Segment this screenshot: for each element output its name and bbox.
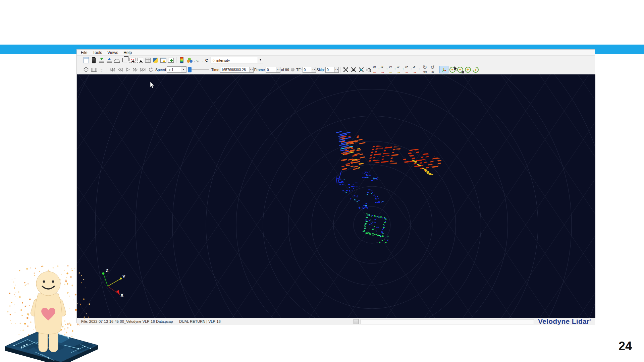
grid-toggle-3[interactable] — [464, 66, 472, 73]
grid-toggle-4[interactable] — [472, 66, 479, 73]
open-pcap-icon[interactable] — [98, 57, 105, 64]
crop-icon[interactable] — [121, 57, 128, 64]
status-progress-bar — [361, 319, 534, 324]
toolbar-drag-handle[interactable] — [79, 67, 81, 73]
menu-tools[interactable]: Tools — [90, 50, 105, 55]
y-axis-label: Y — [122, 274, 125, 279]
veloview-window: File Tools Views Help ↔ ←C ◇ intensity ▼ — [76, 49, 595, 323]
rotate-ruler-icon[interactable]: ←C — [201, 57, 209, 64]
sensor-stream-icon[interactable] — [90, 57, 98, 64]
skip-value: 0 — [326, 68, 334, 72]
select-all-points-icon[interactable] — [136, 57, 144, 64]
color-palette-icon[interactable] — [185, 57, 193, 64]
lidar-viewport[interactable]: IEEE S&P Z Y X — [77, 74, 595, 318]
point-cloud-word-1: IEEE — [366, 140, 403, 169]
y-axis-arrowhead — [120, 278, 122, 280]
tf-value: 0 — [303, 68, 312, 72]
menu-bar: File Tools Views Help — [77, 50, 595, 56]
seek-slider[interactable] — [188, 67, 209, 72]
page-number: 24 — [619, 339, 632, 353]
combo-dropdown-arrow[interactable]: ▼ — [258, 57, 263, 63]
first-frame-button[interactable] — [108, 66, 116, 73]
time-label: Time — [211, 68, 219, 72]
x-axis-label: X — [120, 293, 124, 298]
colormap-icon[interactable] — [178, 57, 185, 64]
speed-combo[interactable]: x 1 ▼ — [167, 66, 186, 73]
z-axis-label: Z — [106, 268, 109, 273]
z-axis-arrowhead — [102, 273, 105, 275]
center-on-origin-button[interactable] — [357, 66, 365, 73]
export-icon[interactable] — [105, 57, 113, 64]
previous-frame-button[interactable] — [116, 66, 124, 73]
speed-value: x 1 — [169, 68, 174, 72]
point-cloud-scene[interactable]: IEEE S&P Z Y X — [77, 74, 595, 318]
spinner-arrows[interactable]: ▲▼ — [312, 67, 316, 72]
speed-label: Speed — [155, 68, 166, 72]
orientation-axes: Z Y X — [102, 268, 125, 298]
view-plus-y-button[interactable]: +Y↑← — [389, 66, 397, 73]
spinner-arrows[interactable]: ▲▼ — [276, 67, 280, 72]
spreadsheet-icon[interactable] — [82, 57, 90, 64]
slide: { "slide": { "page_number": "24", "accen… — [0, 0, 644, 362]
next-frame-button[interactable] — [131, 66, 139, 73]
status-mode-label: DUAL RETURN | VLP-16 — [176, 319, 223, 323]
point-cloud-blue-cluster — [336, 171, 383, 209]
grid-view-icon[interactable] — [144, 57, 152, 64]
python-console-icon[interactable] — [152, 57, 159, 64]
spreadsheet-view-icon[interactable] — [82, 66, 90, 73]
error-console-icon[interactable] — [159, 57, 167, 64]
frame-label: Frame — [254, 68, 265, 72]
view-minus-y-button[interactable]: -Y↑→ — [397, 66, 405, 73]
frame-spinbox[interactable]: 0 ▲▼ — [266, 67, 280, 73]
mascot-illustration — [4, 264, 101, 362]
time-spinbox[interactable]: 1657698303.28 ▲▼ — [220, 67, 254, 73]
distance-ruler-icon[interactable]: ↔ — [193, 57, 201, 64]
view-minus-z-button[interactable]: -Z↑→ — [413, 66, 421, 73]
skip-spinbox[interactable]: 0 ▲▼ — [325, 67, 339, 73]
spinner-arrows[interactable]: ▲▼ — [334, 67, 338, 72]
playback-toolbar: ⌄⌄ Speed x 1 ▼ Time 1657698303.28 ▲▼ Fra… — [77, 65, 595, 74]
mouse-cursor-viewport — [150, 82, 154, 88]
ruler-icon[interactable] — [90, 66, 98, 73]
measure-angle-icon[interactable] — [113, 57, 121, 64]
add-view-icon[interactable] — [167, 57, 175, 64]
view-plus-z-button[interactable]: +Z↑← — [405, 66, 413, 73]
combo-dropdown-arrow[interactable]: ▼ — [181, 67, 186, 72]
record-indicator — [291, 68, 294, 71]
toolbar-drag-handle[interactable] — [79, 57, 81, 63]
zoom-to-data-button[interactable] — [350, 66, 357, 73]
play-button[interactable] — [124, 66, 131, 73]
menu-help[interactable]: Help — [121, 50, 135, 55]
status-small-button[interactable] — [354, 319, 359, 324]
view-plus-x-button[interactable]: +X↑← — [373, 66, 381, 73]
spinner-arrows[interactable]: ▲▼ — [249, 67, 253, 72]
view-minus-x-button[interactable]: -X↑→ — [381, 66, 389, 73]
main-toolbar: ↔ ←C ◇ intensity ▼ — [77, 56, 595, 65]
zoom-to-box-button[interactable] — [365, 66, 373, 73]
diamond-icon: ◇ — [213, 59, 215, 62]
point-cloud-sensor-box — [363, 214, 389, 243]
loop-button[interactable] — [147, 66, 155, 73]
rotate-90-cw-button[interactable]: ↻+90 — [421, 66, 429, 73]
slider-handle[interactable] — [188, 67, 192, 72]
tf-label: TF: — [296, 68, 302, 72]
rotate-90-ccw-button[interactable]: ↺-90 — [429, 66, 436, 73]
collapse-chevron-icon[interactable]: ⌄⌄ — [98, 66, 105, 73]
menu-file[interactable]: File — [78, 50, 90, 55]
frame-value: 0 — [266, 68, 276, 72]
status-bar: File: 2022-07-13-16-45-00_Velodyne-VLP-1… — [77, 318, 595, 325]
last-frame-button[interactable] — [139, 66, 147, 73]
polar-grid — [77, 74, 595, 318]
show-orientation-axes-toggle[interactable] — [439, 66, 448, 73]
select-points-icon[interactable] — [128, 57, 136, 64]
time-value: 1657698303.28 — [220, 68, 249, 72]
velodyne-logo: Velodyne Lidar® — [536, 317, 593, 325]
color-field-value: intensity — [216, 58, 230, 62]
color-field-combo[interactable]: ◇ intensity ▼ — [211, 57, 263, 63]
reset-camera-button[interactable] — [342, 66, 350, 73]
mouse-cursor-toolbar — [454, 66, 458, 72]
tf-spinbox[interactable]: 0 ▲▼ — [303, 67, 316, 73]
frame-total-label: of 99 — [281, 68, 289, 72]
skip-label: Skip: — [317, 68, 325, 72]
menu-views[interactable]: Views — [105, 50, 121, 55]
